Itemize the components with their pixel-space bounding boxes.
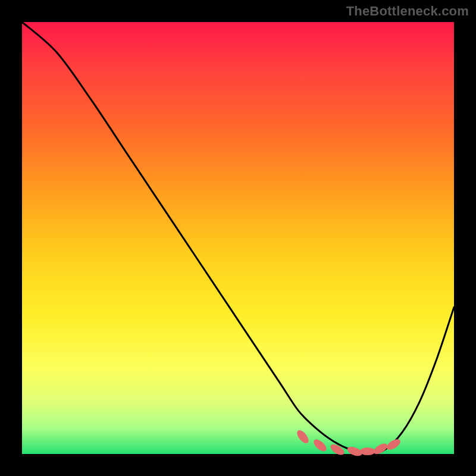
plot-area bbox=[22, 22, 454, 454]
watermark-text: TheBottleneck.com bbox=[346, 4, 469, 19]
highlight-dot bbox=[385, 437, 402, 452]
bottleneck-curve bbox=[22, 22, 454, 454]
chart-frame: TheBottleneck.com bbox=[0, 0, 476, 476]
highlight-dot bbox=[295, 428, 311, 445]
curve-layer bbox=[22, 22, 454, 454]
highlight-dots bbox=[295, 428, 402, 458]
highlight-dot bbox=[312, 437, 328, 453]
highlight-dot bbox=[360, 447, 375, 455]
